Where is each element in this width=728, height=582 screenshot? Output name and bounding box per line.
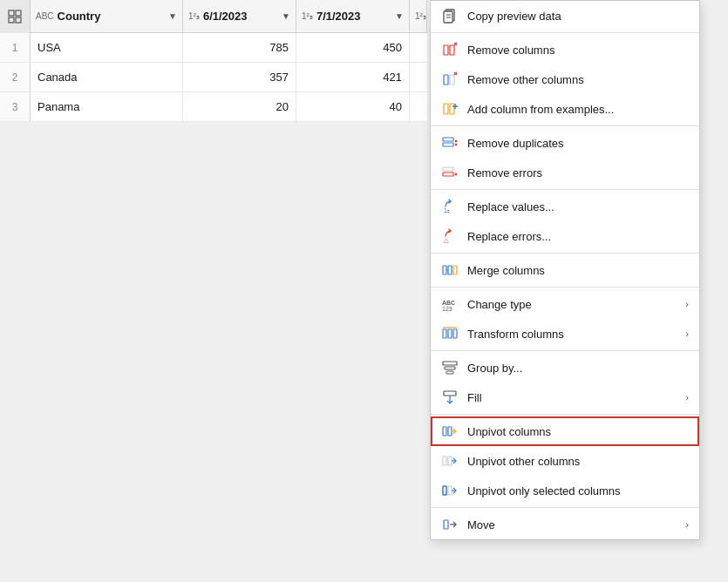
remove-other-cols-icon xyxy=(441,71,459,88)
cell-val1-3: 20 xyxy=(183,92,296,121)
svg-rect-0 xyxy=(9,10,14,16)
remove-errors-icon xyxy=(441,164,459,181)
col-name-date1: 6/1/2023 xyxy=(203,10,278,23)
row-number: 2 xyxy=(0,63,31,91)
svg-rect-32 xyxy=(443,266,446,274)
svg-rect-1 xyxy=(16,10,21,16)
menu-item-transform-columns[interactable]: Transform columns › xyxy=(431,319,699,349)
menu-separator xyxy=(431,414,699,415)
svg-text:123: 123 xyxy=(442,306,452,312)
menu-label-group-by: Group by... xyxy=(467,362,689,375)
menu-label-change-type: Change type xyxy=(467,298,677,311)
column-header-date2[interactable]: 1²₃ 7/1/2023 ▼ xyxy=(296,0,410,32)
menu-label-transform-columns: Transform columns xyxy=(467,328,677,341)
menu-separator xyxy=(431,350,699,351)
cell-val1-1: 785 xyxy=(183,33,296,62)
menu-label-move: Move xyxy=(467,518,677,531)
menu-item-remove-duplicates[interactable]: Remove duplicates xyxy=(431,128,699,158)
add-col-examples-icon xyxy=(441,100,459,118)
unpivot-other-cols-icon xyxy=(441,452,459,470)
menu-item-remove-columns[interactable]: Remove columns xyxy=(431,35,699,64)
column-header-extra[interactable]: 1²₃ 8 xyxy=(410,0,427,32)
menu-item-unpivot-other-columns[interactable]: Unpivot other columns xyxy=(431,446,699,476)
data-table: ABC Country ▼ 1²₃ 6/1/2023 ▼ 1²₃ 7/1/202… xyxy=(0,0,427,122)
svg-rect-44 xyxy=(446,371,453,374)
cell-country-3: Panama xyxy=(31,92,183,121)
menu-label-fill: Fill xyxy=(467,391,677,404)
col-dropdown-date2[interactable]: ▼ xyxy=(395,11,404,21)
menu-item-copy-preview[interactable]: Copy preview data xyxy=(431,1,699,30)
menu-label-unpivot-only-selected: Unpivot only selected columns xyxy=(467,484,689,497)
svg-text:1₂: 1₂ xyxy=(444,207,450,213)
menu-item-unpivot-only-selected[interactable]: Unpivot only selected columns xyxy=(431,476,699,505)
cell-val2-2: 421 xyxy=(296,63,410,91)
arrow-icon-change-type: › xyxy=(685,299,689,309)
svg-rect-34 xyxy=(453,266,457,274)
arrow-icon-move: › xyxy=(685,519,689,530)
menu-label-remove-duplicates: Remove duplicates xyxy=(467,137,689,150)
replace-errors-icon: △ xyxy=(441,227,459,245)
column-header-date1[interactable]: 1²₃ 6/1/2023 ▼ xyxy=(183,0,296,32)
arrow-icon-fill: › xyxy=(685,392,689,403)
remove-dupes-icon xyxy=(441,134,459,152)
type-icon-country: ABC xyxy=(36,11,54,21)
menu-separator xyxy=(431,125,699,126)
col-dropdown-date1[interactable]: ▼ xyxy=(282,11,290,21)
svg-rect-43 xyxy=(445,367,455,369)
svg-rect-21 xyxy=(443,143,453,146)
table-header: ABC Country ▼ 1²₃ 6/1/2023 ▼ 1²₃ 7/1/202… xyxy=(0,0,427,33)
svg-rect-50 xyxy=(443,457,446,465)
cell-val2-3: 40 xyxy=(296,92,410,121)
col-name-date2: 7/1/2023 xyxy=(316,10,391,23)
svg-rect-38 xyxy=(443,329,446,338)
row-number: 3 xyxy=(0,92,31,121)
move-icon xyxy=(441,516,459,533)
table-icon-cell xyxy=(0,0,31,33)
menu-item-change-type[interactable]: ABC 123 Change type › xyxy=(431,289,699,319)
menu-item-replace-errors[interactable]: △ Replace errors... xyxy=(431,221,699,251)
svg-rect-27 xyxy=(443,173,453,176)
menu-item-add-column-examples[interactable]: Add column from examples... xyxy=(431,94,699,124)
col-dropdown-country[interactable]: ▼ xyxy=(168,11,177,21)
menu-item-fill[interactable]: Fill › xyxy=(431,382,699,412)
table-row: 1 USA 785 450 xyxy=(0,33,427,63)
menu-label-unpivot-columns: Unpivot columns xyxy=(467,425,689,438)
svg-rect-51 xyxy=(448,457,452,465)
svg-rect-56 xyxy=(444,520,448,529)
menu-item-move[interactable]: Move › xyxy=(431,510,699,539)
menu-item-unpivot-columns[interactable]: Unpivot columns xyxy=(431,416,699,446)
svg-rect-17 xyxy=(450,104,454,114)
group-by-icon xyxy=(441,359,459,376)
menu-separator xyxy=(431,287,699,288)
copy-icon xyxy=(441,7,459,24)
menu-label-remove-errors: Remove errors xyxy=(467,166,689,179)
svg-rect-13 xyxy=(450,75,454,85)
menu-item-merge-columns[interactable]: Merge columns xyxy=(431,255,699,285)
menu-label-unpivot-other-columns: Unpivot other columns xyxy=(467,455,689,468)
cell-country-2: Canada xyxy=(31,63,183,91)
menu-item-group-by[interactable]: Group by... xyxy=(431,353,699,382)
cell-val1-2: 357 xyxy=(183,63,296,91)
change-type-icon: ABC 123 xyxy=(441,295,459,313)
menu-separator xyxy=(431,189,699,190)
svg-rect-42 xyxy=(443,362,457,365)
menu-label-replace-values: Replace values... xyxy=(467,200,689,213)
arrow-icon-transform-cols: › xyxy=(685,328,689,339)
type-icon-date2: 1²₃ xyxy=(302,11,313,21)
svg-rect-3 xyxy=(16,17,21,23)
svg-text:ABC: ABC xyxy=(442,300,455,306)
menu-separator xyxy=(431,32,699,33)
menu-label-replace-errors: Replace errors... xyxy=(467,230,689,243)
fill-icon xyxy=(441,389,459,406)
svg-rect-47 xyxy=(443,427,446,436)
table-row: 2 Canada 357 421 xyxy=(0,63,427,92)
menu-item-remove-other-columns[interactable]: Remove other columns xyxy=(431,64,699,94)
menu-item-replace-values[interactable]: 1₂ Replace values... xyxy=(431,192,699,221)
row-number: 1 xyxy=(0,33,31,62)
svg-rect-48 xyxy=(448,427,452,436)
menu-item-remove-errors[interactable]: Remove errors xyxy=(431,158,699,187)
cell-country-1: USA xyxy=(31,33,183,62)
table-row: 3 Panama 20 40 xyxy=(0,92,427,122)
unpivot-selected-cols-icon xyxy=(441,482,459,499)
column-header-country[interactable]: ABC Country ▼ xyxy=(31,0,183,32)
